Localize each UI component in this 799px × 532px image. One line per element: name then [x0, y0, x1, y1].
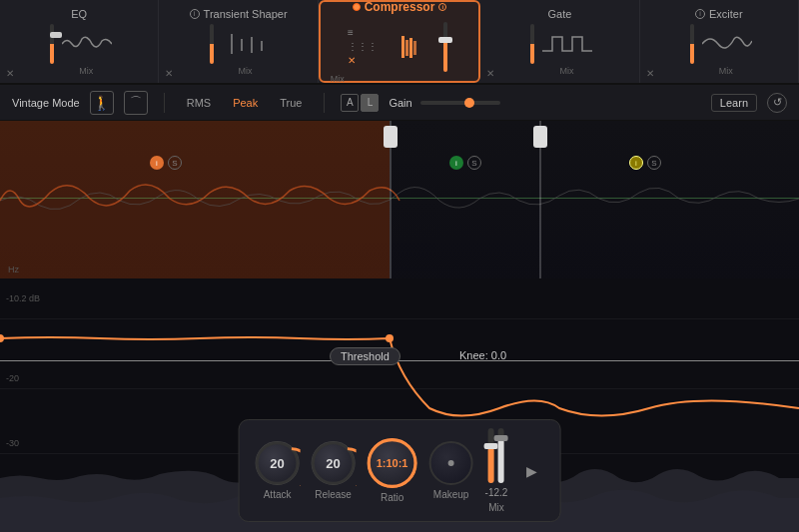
module-bar: EQ ✕ Mix i Transient Shaper: [0, 0, 799, 85]
transient-title: Transient Shaper: [204, 8, 288, 20]
svg-rect-7: [413, 41, 416, 55]
ratio-knob[interactable]: 1:10:1: [368, 438, 417, 488]
module-eq[interactable]: EQ ✕ Mix: [0, 0, 159, 83]
makeup-knob[interactable]: [429, 441, 473, 485]
exciter-fader[interactable]: [690, 24, 694, 64]
mix-label: Mix: [488, 502, 504, 513]
band-marker-1: [390, 121, 392, 280]
makeup-label: Makeup: [433, 489, 469, 500]
threshold-line: [0, 360, 799, 361]
svg-point-8: [0, 334, 4, 342]
module-gate[interactable]: Gate ✕ Mix: [480, 0, 639, 83]
band-info-3: i S: [629, 156, 661, 170]
controls-panel: 20 Attack 20 Release: [239, 419, 561, 522]
eq-title: EQ: [71, 8, 87, 20]
band-solo-3[interactable]: S: [647, 156, 661, 170]
eq-waveform: [62, 29, 112, 59]
svg-point-9: [386, 334, 394, 342]
eq-close[interactable]: ✕: [6, 68, 14, 79]
fader-container: [488, 428, 504, 483]
svg-rect-6: [409, 38, 412, 58]
learn-button[interactable]: Learn: [711, 94, 757, 112]
release-label: Release: [315, 489, 352, 500]
fader-fill-right: [498, 439, 504, 483]
refresh-icon[interactable]: ↺: [767, 93, 787, 113]
fader-thumb-right[interactable]: [494, 435, 508, 441]
hz-label: Hz: [8, 265, 19, 274]
gate-mix-label: Mix: [559, 66, 573, 76]
fader-value-label: -12.2: [485, 487, 508, 498]
band-solo-2[interactable]: S: [467, 156, 481, 170]
toolbar-separator-1: [164, 93, 165, 113]
compressor-fader[interactable]: [443, 22, 447, 72]
compressor-menu-icons: ≡ ⋮⋮⋮ ✕: [348, 27, 378, 66]
fader-fill-left: [488, 447, 494, 483]
toolbar: Vintage Mode 🚶 ⌒ RMS Peak True A L Gain …: [0, 85, 799, 121]
threshold-badge[interactable]: Threshold: [330, 347, 400, 365]
transient-waveform: [222, 29, 272, 59]
play-button[interactable]: ▶: [519, 459, 543, 483]
band-info-1: i S: [150, 156, 182, 170]
vintage-mode-label: Vintage Mode: [12, 97, 80, 109]
exciter-close[interactable]: ✕: [646, 68, 654, 79]
makeup-indicator: [448, 460, 454, 466]
attack-label: Attack: [264, 489, 292, 500]
vintage-curve-icon[interactable]: ⌒: [124, 91, 148, 115]
toolbar-separator-2: [324, 93, 325, 113]
band-handle-2[interactable]: [533, 126, 547, 148]
band-info-2: i S: [449, 156, 481, 170]
attack-knob[interactable]: 20: [256, 441, 300, 485]
makeup-group: Makeup: [429, 441, 473, 500]
ratio-value: 1:10:1: [377, 457, 408, 469]
transient-mix-label: Mix: [239, 66, 253, 76]
ratio-group: 1:10:1 Ratio: [368, 438, 417, 503]
compressor-info-icon[interactable]: i: [438, 3, 446, 11]
transient-close[interactable]: ✕: [165, 68, 173, 79]
eq-fader[interactable]: [50, 24, 54, 64]
release-group: 20 Release: [312, 441, 356, 500]
band-info-icon-2[interactable]: i: [449, 156, 463, 170]
band-handle-1[interactable]: [384, 126, 398, 148]
ratio-label: Ratio: [381, 492, 403, 503]
attack-group: 20 Attack: [256, 441, 300, 500]
attack-value: 20: [270, 456, 284, 471]
gate-waveform: [542, 29, 592, 59]
gate-close[interactable]: ✕: [486, 68, 494, 79]
compressor-fader-thumb[interactable]: [438, 37, 452, 43]
module-compressor[interactable]: Compressor i ≡ ⋮⋮⋮ ✕ Mix: [319, 0, 480, 83]
fader-right[interactable]: [498, 428, 504, 483]
freq-waveform: [0, 121, 799, 280]
module-transient[interactable]: i Transient Shaper ✕ Mix: [159, 0, 318, 83]
release-value: 20: [326, 456, 340, 471]
transient-info-icon[interactable]: i: [190, 9, 200, 19]
band-info-icon-3[interactable]: i: [629, 156, 643, 170]
freq-display: i S i S i S Hz: [0, 121, 799, 280]
knee-badge: Knee: 0.0: [459, 349, 506, 361]
band-marker-2: [539, 121, 541, 280]
module-exciter[interactable]: i Exciter ✕ Mix: [640, 0, 799, 83]
eq-mix-label: Mix: [79, 66, 93, 76]
band-solo-1[interactable]: S: [168, 156, 182, 170]
fader-group: -12.2 Mix: [485, 428, 508, 513]
l-button[interactable]: L: [361, 94, 379, 112]
exciter-info-icon[interactable]: i: [695, 9, 705, 19]
gain-slider-thumb[interactable]: [464, 98, 474, 108]
gain-label: Gain: [389, 97, 411, 109]
gate-fader[interactable]: [530, 24, 534, 64]
svg-rect-4: [401, 36, 404, 58]
release-knob[interactable]: 20: [312, 441, 356, 485]
band-info-icon-1[interactable]: i: [150, 156, 164, 170]
exciter-mix-label: Mix: [719, 66, 733, 76]
ab-buttons: A L: [341, 94, 379, 112]
vintage-walk-icon[interactable]: 🚶: [90, 91, 114, 115]
fader-thumb-left[interactable]: [484, 443, 498, 449]
svg-rect-5: [405, 40, 408, 56]
peak-button[interactable]: Peak: [227, 95, 264, 111]
a-button[interactable]: A: [341, 94, 359, 112]
compressor-waveform: [384, 32, 433, 62]
gate-title: Gate: [547, 8, 571, 20]
rms-button[interactable]: RMS: [181, 95, 217, 111]
true-button[interactable]: True: [274, 95, 308, 111]
gain-slider[interactable]: [420, 101, 500, 105]
transient-fader[interactable]: [210, 24, 214, 64]
